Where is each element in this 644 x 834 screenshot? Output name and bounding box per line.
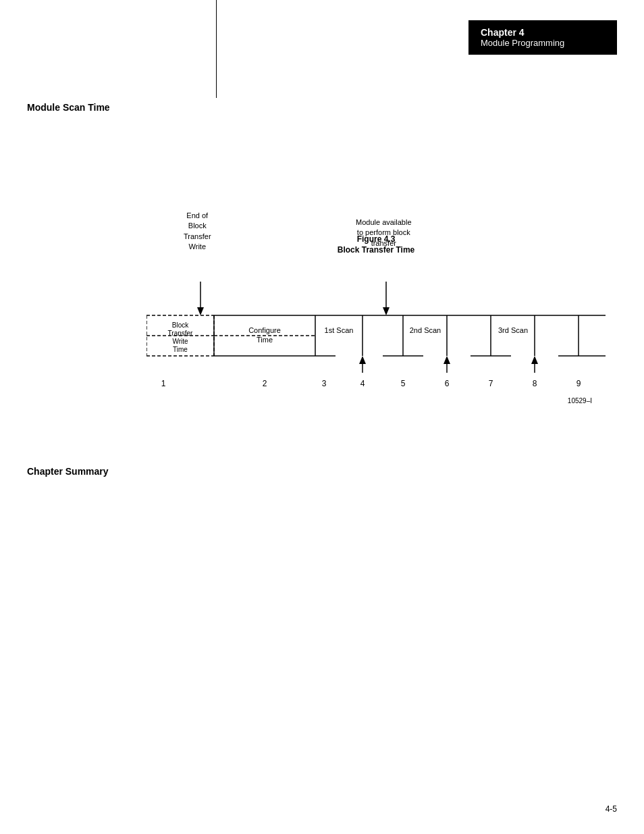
svg-text:2: 2 bbox=[263, 379, 267, 388]
svg-marker-29 bbox=[359, 356, 366, 364]
svg-marker-25 bbox=[197, 307, 204, 315]
chapter-summary-heading: Chapter Summary bbox=[27, 466, 617, 477]
chapter-summary-area: Chapter Summary bbox=[0, 466, 644, 477]
page-number: 4-5 bbox=[606, 804, 617, 814]
module-scan-time-heading: Module Scan Time bbox=[0, 82, 644, 113]
svg-text:2nd Scan: 2nd Scan bbox=[410, 326, 441, 334]
header-area: Chapter 4 Module Programming bbox=[0, 0, 644, 55]
svg-text:3rd Scan: 3rd Scan bbox=[498, 326, 528, 334]
module-available-label: Module availableto perform blocktransfer bbox=[356, 217, 412, 249]
svg-text:Time: Time bbox=[173, 346, 188, 353]
chapter-label: Chapter 4 bbox=[481, 27, 605, 38]
svg-text:6: 6 bbox=[445, 379, 450, 388]
top-vertical-line bbox=[216, 0, 217, 98]
svg-text:Configure: Configure bbox=[248, 326, 281, 334]
svg-text:9: 9 bbox=[576, 379, 581, 388]
chapter-box: Chapter 4 Module Programming bbox=[468, 20, 617, 55]
svg-marker-33 bbox=[531, 356, 538, 364]
svg-text:4: 4 bbox=[360, 379, 365, 388]
svg-text:1st Scan: 1st Scan bbox=[325, 326, 354, 334]
svg-text:8: 8 bbox=[533, 379, 537, 388]
svg-text:Write: Write bbox=[172, 338, 188, 345]
svg-text:1: 1 bbox=[161, 379, 166, 388]
svg-marker-31 bbox=[444, 356, 450, 364]
svg-text:5: 5 bbox=[401, 379, 406, 388]
svg-text:10529–I: 10529–I bbox=[568, 397, 592, 405]
svg-text:7: 7 bbox=[489, 379, 493, 388]
svg-marker-27 bbox=[383, 307, 390, 315]
end-of-block-label: End ofBlockTransferWrite bbox=[184, 211, 211, 253]
svg-text:3: 3 bbox=[322, 379, 327, 388]
chapter-subtitle: Module Programming bbox=[481, 38, 605, 48]
timing-diagram-svg: 1 2 3 4 5 6 7 8 9 Block Transfer Write T… bbox=[146, 268, 606, 410]
svg-text:Time: Time bbox=[257, 336, 273, 344]
figure-area: Figure 4.3 Block Transfer Time End ofBlo… bbox=[135, 234, 617, 412]
svg-text:Transfer: Transfer bbox=[168, 330, 194, 337]
svg-text:Block: Block bbox=[172, 321, 189, 329]
